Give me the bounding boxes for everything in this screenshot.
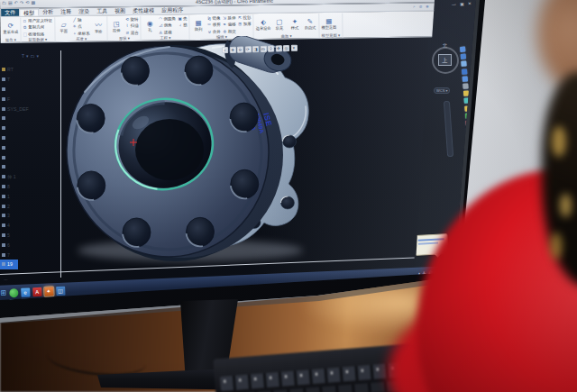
redo-icon[interactable]: ↷ <box>20 1 23 5</box>
shrinkwrap-icon: ⬚ <box>23 32 27 36</box>
tab-analysis[interactable]: 分析 <box>39 8 57 15</box>
tree-item[interactable]: 伸 1 <box>0 172 59 182</box>
tree-item[interactable]: T <box>0 75 59 85</box>
tree-item[interactable]: F <box>0 94 59 104</box>
acad-minimize-button[interactable]: — <box>452 2 458 6</box>
ribbon-button[interactable]: ⫞筋 <box>178 22 188 28</box>
tree-item[interactable]: 6 <box>0 240 59 250</box>
model-tree-toolbar: T ▾ 🗀 ▾ <box>22 54 39 59</box>
tree-item[interactable] <box>0 142 59 152</box>
acad-tool-icon[interactable] <box>463 91 469 96</box>
ribbon-button[interactable]: ⊗相交 <box>223 28 236 35</box>
zoom-in-icon[interactable]: ⊕ <box>229 47 235 53</box>
tree-item[interactable]: 5 <box>0 231 59 241</box>
ribbon-button[interactable]: ⊍合并 <box>207 28 221 35</box>
viewcube[interactable]: 北 上 <box>432 47 459 74</box>
ribbon-button[interactable]: ▦模型意图 <box>321 14 336 33</box>
tree-folder-icon[interactable]: 🗀 <box>31 54 35 59</box>
tree-item[interactable]: 2 <box>0 201 59 211</box>
tree-item[interactable] <box>0 114 59 123</box>
undo-icon[interactable]: ↶ <box>14 1 18 5</box>
display-style-icon[interactable]: ◨ <box>252 46 259 52</box>
ribbon-button[interactable]: ◉孔 <box>143 16 157 36</box>
tab-view[interactable]: 视图 <box>111 7 129 14</box>
taskbar-item-display-app[interactable]: ◫ <box>56 287 65 296</box>
acad-close-button[interactable]: ✕ <box>468 1 473 5</box>
wcs-selector[interactable]: WCS ▾ <box>434 87 450 94</box>
tree-item[interactable] <box>0 123 59 133</box>
zoom-out-icon[interactable]: ⊖ <box>237 47 243 53</box>
ribbon-button[interactable]: ⊞加厚 <box>238 21 252 28</box>
tree-item[interactable] <box>0 152 59 162</box>
tray-expand-icon[interactable]: ▴ <box>418 270 420 275</box>
sketch-icon: 〰 <box>95 19 102 29</box>
tree-item[interactable] <box>0 85 59 95</box>
acad-tool-icon[interactable] <box>462 68 467 74</box>
taskbar-item-autocad[interactable]: A <box>32 287 41 296</box>
ribbon-button[interactable]: ⟳重新生成 <box>3 18 18 38</box>
ribbon-button[interactable]: ▦阵列 <box>192 15 206 35</box>
chevron-down-icon[interactable]: ▾ <box>26 54 29 59</box>
acad-restore-button[interactable]: ▣ <box>460 2 465 6</box>
acad-tool-icon[interactable] <box>461 61 466 67</box>
spin-center-icon[interactable]: ◎ <box>283 45 289 51</box>
ribbon-button[interactable]: ▢填充 <box>272 14 286 34</box>
tab-annotate[interactable]: 注释 <box>57 8 75 15</box>
acad-scrollbar[interactable] <box>444 101 453 157</box>
datum-display-icon[interactable]: ⚲ <box>268 45 274 51</box>
hole-icon <box>2 233 5 237</box>
command-search-icons[interactable]: ⌕ ◎ ⊕ <box>413 4 430 8</box>
tree-item-selected[interactable]: 19 <box>0 260 18 269</box>
chevron-down-icon[interactable]: ▾ <box>37 54 40 59</box>
ribbon-group-label[interactable]: 操作 ▾ <box>4 38 19 43</box>
tree-item[interactable] <box>0 162 59 172</box>
tree-item[interactable]: 3 <box>0 211 59 221</box>
pattern-icon: ▦ <box>196 19 202 27</box>
taskbar-item-active-app[interactable]: ✦ <box>44 287 53 296</box>
ribbon-button[interactable]: ≋混合 <box>125 29 139 36</box>
3d-model-flange[interactable]: ISE 10049A SCS6 <box>32 36 348 266</box>
ribbon-button[interactable]: ✦样式 <box>288 14 301 33</box>
tree-item[interactable]: RT <box>0 65 59 75</box>
acad-tool-icon[interactable] <box>460 47 465 52</box>
ribbon-button[interactable]: 〰草绘 <box>92 16 105 36</box>
hole-icon <box>2 253 5 257</box>
taskbar-item-green-app[interactable] <box>9 288 18 297</box>
round-icon: ◠ <box>159 17 163 22</box>
tree-item[interactable]: 7 <box>0 250 59 260</box>
ribbon-button[interactable]: ⟁拔模 <box>159 29 177 36</box>
tree-item[interactable] <box>0 133 59 143</box>
windows-icon[interactable]: ▦ <box>31 0 35 5</box>
tab-tools[interactable]: 工具 <box>93 7 111 14</box>
saved-orientations-icon[interactable]: 🗁 <box>260 46 266 52</box>
repaint-icon[interactable]: ⟳ <box>244 46 251 52</box>
tab-file[interactable]: 文件 <box>1 9 19 16</box>
acad-tool-icon[interactable] <box>463 83 468 88</box>
viewcube-top-face[interactable]: 上 <box>438 54 452 66</box>
acad-tool-icon[interactable] <box>463 76 468 81</box>
acad-window-controls[interactable]: — ▣ ✕ <box>452 1 473 6</box>
open-icon[interactable]: 🗀 <box>2 1 6 5</box>
tree-filter-icon[interactable]: T <box>22 54 24 59</box>
taskbar-item-explorer[interactable]: e <box>21 287 30 296</box>
tab-render[interactable]: 渲染 <box>75 8 93 15</box>
ribbon-button[interactable]: ✎自由式 <box>303 14 316 33</box>
tree-item[interactable]: 1 <box>0 191 59 201</box>
ribbon-button[interactable]: ◳拉伸 <box>110 16 124 36</box>
annotation-display-icon[interactable]: ✥ <box>275 45 281 51</box>
start-button[interactable]: ⊞ <box>0 290 6 297</box>
tree-item[interactable]: 8 <box>0 182 59 192</box>
tab-model[interactable]: 模型 <box>19 8 39 15</box>
acad-tool-icon[interactable] <box>461 54 466 59</box>
ribbon-button[interactable]: ▱平面 <box>57 17 70 37</box>
tree-item[interactable]: 4 <box>0 221 59 231</box>
refit-icon[interactable]: ⌕ <box>222 47 228 53</box>
ribbon-button[interactable]: ⬖边界混合 <box>256 14 271 34</box>
quick-access-toolbar: 🗀 ▤ ↶ ↷ ⟲ ▦ <box>2 0 35 5</box>
more-icon[interactable]: ▾ <box>290 45 297 51</box>
tab-applications[interactable]: 应用程序 <box>158 6 187 14</box>
regenerate-icon[interactable]: ⟲ <box>25 1 29 5</box>
tab-flexible-modeling[interactable]: 柔性建模 <box>129 7 158 14</box>
save-icon[interactable]: ▤ <box>8 1 13 5</box>
tree-item[interactable]: SYS_DEF <box>0 104 59 114</box>
